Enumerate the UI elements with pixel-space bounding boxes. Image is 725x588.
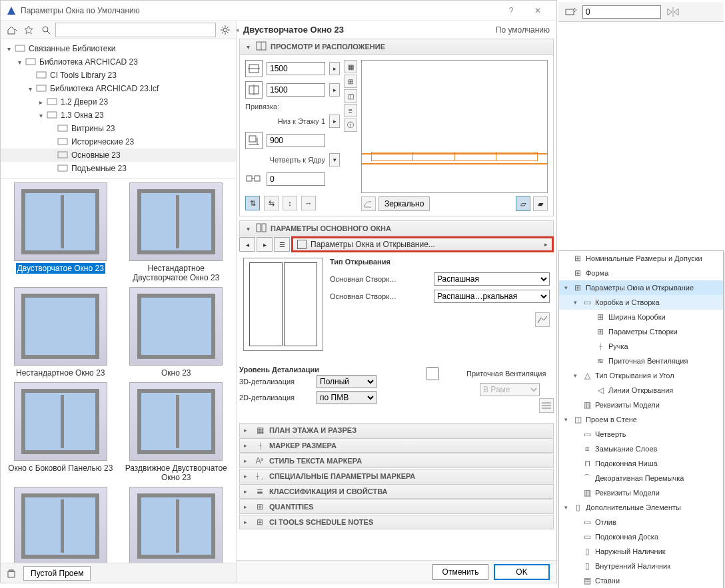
flyout-item[interactable]: ⌒Декоративная Перемычка bbox=[559, 471, 723, 485]
flyout-item-selected[interactable]: ▾⊞Параметры Окна и Открывание bbox=[559, 280, 723, 295]
section-preview[interactable]: ▾ ПРОСМОТР И РАСПОЛОЖЕНИЕ bbox=[239, 39, 554, 55]
section-main-params[interactable]: ▾ ПАРАМЕТРЫ ОСНОВНОГО ОКНА bbox=[239, 220, 554, 236]
width-popup-icon[interactable]: ▸ bbox=[329, 62, 340, 75]
grid-item[interactable]: Нестандартное Окно 23 bbox=[5, 287, 117, 378]
cancel-button[interactable]: Отменить bbox=[432, 564, 488, 580]
sash1-select[interactable]: Распашная bbox=[434, 272, 550, 286]
grid-item[interactable]: Нестандартное Двустворчатое Окно 23 bbox=[121, 182, 233, 283]
section-markerstyle[interactable]: ▸AᵃСТИЛЬ ТЕКСТА МАРКЕРА bbox=[239, 453, 554, 468]
sash2-select[interactable]: Распашна…ркальная bbox=[434, 290, 550, 303]
flyout-item[interactable]: ▾△Тип Открывания и Угол bbox=[559, 368, 723, 383]
height-input[interactable] bbox=[267, 83, 325, 97]
flyout-item[interactable]: ≋Приточная Вентиляция bbox=[559, 354, 723, 368]
section-quantities[interactable]: ▸⊞QUANTITIES bbox=[239, 499, 554, 514]
flyout-item[interactable]: ▭Отлив bbox=[559, 515, 723, 529]
flip3-icon[interactable]: ↕ bbox=[283, 196, 297, 210]
grid-item[interactable]: Окно с Боковой Панелью 23 bbox=[5, 382, 117, 483]
anchor2-popup-icon[interactable]: ▾ bbox=[329, 153, 340, 166]
orientation2-icon[interactable]: ▰ bbox=[533, 196, 548, 211]
grid-item[interactable] bbox=[5, 487, 117, 563]
section-cischedule[interactable]: ▸⊞CI TOOLS SCHEDULE NOTES bbox=[239, 515, 554, 529]
empty-opening-button[interactable]: Пустой Проем bbox=[23, 566, 91, 581]
library-search-input[interactable] bbox=[55, 23, 216, 37]
top-offset-input[interactable] bbox=[582, 5, 661, 19]
profile-icon[interactable] bbox=[535, 312, 550, 327]
params-page-dropdown[interactable]: Параметры Окна и Открывание... ▸ bbox=[291, 236, 554, 252]
ok-button[interactable]: OK bbox=[494, 564, 550, 580]
tree-node[interactable]: Исторические 23 bbox=[1, 135, 236, 148]
ventilation-mode-select: В Раме bbox=[480, 383, 540, 396]
tree-root[interactable]: ▾Связанные Библиотеки bbox=[1, 42, 236, 55]
view-mode-info-icon[interactable]: ⓘ bbox=[344, 119, 357, 132]
flyout-item[interactable]: ▭Четверть bbox=[559, 427, 723, 441]
nav-prev-icon[interactable]: ◂ bbox=[239, 237, 255, 252]
ventilation-checkbox[interactable] bbox=[402, 367, 462, 380]
section-markerparams[interactable]: ▸⟊₊СПЕЦИАЛЬНЫЕ ПАРАМЕТРЫ МАРКЕРА bbox=[239, 469, 554, 483]
building-icon[interactable] bbox=[3, 566, 19, 581]
collapse-arrow-icon[interactable]: ◂ bbox=[237, 26, 239, 33]
view-mode-3-icon[interactable]: ◫ bbox=[344, 89, 357, 103]
flyout-item[interactable]: ⊞Параметры Створки bbox=[559, 324, 723, 339]
flyout-item[interactable]: ▯Внутренний Наличник bbox=[559, 559, 723, 573]
swing-icon[interactable] bbox=[361, 196, 376, 211]
flyout-item[interactable]: ⊓Подоконная Ниша bbox=[559, 456, 723, 471]
flip4-icon[interactable]: ↔ bbox=[301, 196, 316, 210]
tree-node[interactable]: ▸1.2 Двери 23 bbox=[1, 95, 236, 109]
grid-item[interactable]: Окно 23 bbox=[121, 287, 233, 378]
home-icon[interactable] bbox=[3, 23, 19, 37]
grid-item[interactable]: Раздвижное Двустворчатое Окно 23 bbox=[121, 382, 233, 483]
section-classif[interactable]: ▸≣КЛАССИФИКАЦИЯ И СВОЙСТВА bbox=[239, 484, 554, 499]
search-icon[interactable] bbox=[38, 23, 54, 37]
nav-next-icon[interactable]: ▸ bbox=[257, 237, 273, 252]
grid-item[interactable] bbox=[121, 487, 233, 563]
mirror-icon[interactable] bbox=[665, 5, 681, 19]
flip1-icon[interactable]: ⇅ bbox=[245, 196, 260, 210]
flyout-item[interactable]: ⊞Ширина Коробки bbox=[559, 310, 723, 324]
section-marker[interactable]: ▸⟊МАРКЕР РАЗМЕРА bbox=[239, 438, 554, 453]
d2d-select[interactable]: по ПМВ bbox=[317, 391, 376, 404]
flyout-item[interactable]: ⊞Номинальные Размеры и Допуски bbox=[559, 251, 723, 266]
settings-gear-icon[interactable] bbox=[217, 23, 233, 37]
flyout-item[interactable]: ▥Реквизиты Модели bbox=[559, 485, 723, 500]
view-mode-4-icon[interactable]: ≡ bbox=[344, 104, 357, 117]
orientation1-icon[interactable]: ▱ bbox=[516, 196, 530, 211]
tree-node[interactable]: Витрины 23 bbox=[1, 122, 236, 135]
flyout-item[interactable]: ▾▯Дополнительные Элементы bbox=[559, 500, 723, 515]
flyout-item[interactable]: ▾◫Проем в Стене bbox=[559, 412, 723, 427]
flyout-item[interactable]: ▯Наружный Наличник bbox=[559, 544, 723, 559]
flyout-item[interactable]: ◁Линии Открывания bbox=[559, 383, 723, 398]
view-mode-1-icon[interactable]: ▦ bbox=[344, 60, 357, 73]
favorite-star-icon[interactable] bbox=[21, 23, 37, 37]
close-button[interactable]: ✕ bbox=[524, 6, 551, 15]
tree-node[interactable]: ▾1.3 Окна 23 bbox=[1, 109, 236, 122]
anchor1-input[interactable] bbox=[267, 134, 325, 147]
flyout-item[interactable]: ≡Замыкание Слоев bbox=[559, 441, 723, 456]
flip2-icon[interactable]: ⇆ bbox=[264, 196, 279, 210]
flyout-item[interactable]: ▾▭Коробка и Створка bbox=[559, 295, 723, 310]
mirror-button[interactable]: Зеркально bbox=[378, 196, 430, 211]
flyout-item[interactable]: ▭Подоконная Доска bbox=[559, 529, 723, 544]
height-popup-icon[interactable]: ▸ bbox=[329, 83, 340, 97]
tree-node-selected[interactable]: Основные 23 bbox=[1, 148, 236, 162]
anchor2-input[interactable] bbox=[267, 172, 325, 186]
flyout-item[interactable]: ⊞Форма bbox=[559, 266, 723, 280]
grid-item[interactable]: Двустворчатое Окно 23 bbox=[5, 182, 117, 283]
default-label: По умолчанию bbox=[496, 25, 550, 35]
grid-item-label: Нестандартное Окно 23 bbox=[15, 368, 106, 378]
flyout-item[interactable]: ⟊Ручка bbox=[559, 339, 723, 354]
view-mode-2-icon[interactable]: ⊞ bbox=[344, 75, 357, 88]
d3d-select[interactable]: Полный bbox=[317, 375, 376, 388]
section-plan[interactable]: ▸▦ПЛАН ЭТАЖА И РАЗРЕЗ bbox=[239, 423, 554, 438]
vent-detail-icon[interactable] bbox=[539, 398, 554, 413]
anchor1-popup-icon[interactable]: ▸ bbox=[329, 115, 340, 128]
tree-node[interactable]: ▾Библиотека ARCHICAD 23 bbox=[1, 55, 236, 69]
width-input[interactable] bbox=[267, 62, 325, 75]
tree-node[interactable]: ▾Библиотека ARCHICAD 23.lcf bbox=[1, 82, 236, 95]
nav-list-icon[interactable]: ☰ bbox=[274, 237, 290, 252]
tree-node[interactable]: CI Tools Library 23 bbox=[1, 69, 236, 82]
tree-node[interactable]: Подъемные 23 bbox=[1, 162, 236, 175]
help-button[interactable]: ? bbox=[498, 6, 524, 15]
flyout-item[interactable]: ▤Ставни bbox=[559, 573, 723, 588]
d2d-label: 2D-детализация bbox=[239, 394, 313, 402]
flyout-item[interactable]: ▥Реквизиты Модели bbox=[559, 398, 723, 412]
